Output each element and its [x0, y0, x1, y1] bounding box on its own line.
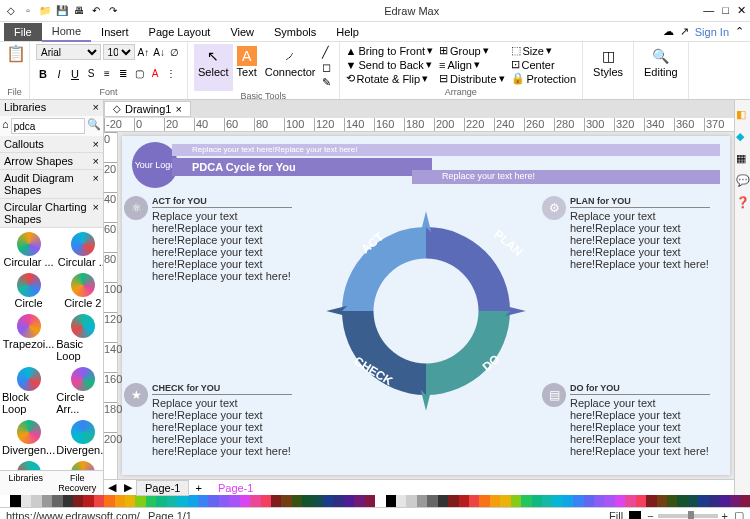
- color-swatch[interactable]: [240, 495, 250, 507]
- libraries-tab[interactable]: Libraries: [0, 471, 52, 495]
- shape-item[interactable]: Circular ...: [56, 230, 103, 270]
- color-swatch[interactable]: [417, 495, 427, 507]
- decrease-font-icon[interactable]: A↓: [152, 45, 166, 59]
- color-swatch[interactable]: [250, 495, 260, 507]
- library-section[interactable]: Callouts×: [0, 136, 103, 153]
- color-swatch[interactable]: [604, 495, 614, 507]
- select-button[interactable]: ↖Select: [194, 44, 233, 91]
- color-swatch[interactable]: [396, 495, 406, 507]
- tab-pagelayout[interactable]: Page Layout: [139, 23, 221, 41]
- cloud-icon[interactable]: ☁: [663, 25, 674, 38]
- add-page-icon[interactable]: +: [189, 482, 207, 494]
- quad-act[interactable]: ⚛ ACT for YOU Replace your text here!Rep…: [152, 196, 292, 282]
- color-swatch[interactable]: [229, 495, 239, 507]
- rotate-flip-button[interactable]: ⟲ Rotate & Flip ▾: [346, 72, 434, 85]
- align-button[interactable]: ≡ Align ▾: [439, 58, 504, 71]
- layers-icon[interactable]: ▦: [736, 152, 750, 166]
- quad-do[interactable]: ▤ DO for YOU Replace your text here!Repl…: [570, 383, 710, 457]
- shape-item[interactable]: Circle 2: [56, 271, 103, 311]
- color-swatch[interactable]: [73, 495, 83, 507]
- document-tab[interactable]: ◇ Drawing1 ×: [104, 101, 191, 117]
- color-swatch[interactable]: [365, 495, 375, 507]
- shape-item[interactable]: Circular ...: [2, 230, 55, 270]
- color-swatch[interactable]: [511, 495, 521, 507]
- send-back-button[interactable]: ▼ Send to Back ▾: [346, 58, 434, 71]
- editing-button[interactable]: 🔍Editing: [640, 44, 682, 80]
- banner-top[interactable]: Replace your text here!Replace your text…: [172, 144, 720, 156]
- color-swatch[interactable]: [281, 495, 291, 507]
- color-swatch[interactable]: [52, 495, 62, 507]
- color-swatch[interactable]: [406, 495, 416, 507]
- clear-format-icon[interactable]: ∅: [168, 45, 181, 59]
- close-panel-icon[interactable]: ×: [93, 101, 99, 115]
- line-icon[interactable]: ╱: [322, 46, 331, 59]
- file-recovery-tab[interactable]: File Recovery: [52, 471, 104, 495]
- color-swatch[interactable]: [490, 495, 500, 507]
- maximize-icon[interactable]: □: [722, 4, 729, 17]
- zoom-in-icon[interactable]: +: [722, 510, 728, 520]
- distribute-button[interactable]: ⊟ Distribute ▾: [439, 72, 504, 85]
- color-swatch[interactable]: [177, 495, 187, 507]
- color-swatch[interactable]: [104, 495, 114, 507]
- strike-icon[interactable]: S: [84, 67, 98, 81]
- shape-item[interactable]: Basic Loop: [56, 312, 103, 364]
- color-swatch[interactable]: [719, 495, 729, 507]
- color-swatch[interactable]: [532, 495, 542, 507]
- color-swatch[interactable]: [344, 495, 354, 507]
- shape-props-icon[interactable]: ◆: [736, 130, 750, 144]
- color-swatch[interactable]: [469, 495, 479, 507]
- color-swatch[interactable]: [459, 495, 469, 507]
- color-swatch[interactable]: [31, 495, 41, 507]
- undo-icon[interactable]: ↶: [89, 4, 103, 18]
- status-url[interactable]: https://www.edrawsoft.com/: [6, 510, 140, 520]
- color-swatch[interactable]: [667, 495, 677, 507]
- close-icon[interactable]: ✕: [737, 4, 746, 17]
- color-swatch[interactable]: [208, 495, 218, 507]
- close-tab-icon[interactable]: ×: [175, 103, 181, 115]
- color-swatch[interactable]: [500, 495, 510, 507]
- color-swatch[interactable]: [688, 495, 698, 507]
- shape-item[interactable]: Divergen...: [56, 418, 103, 458]
- tab-insert[interactable]: Insert: [91, 23, 139, 41]
- color-swatch[interactable]: [167, 495, 177, 507]
- share-icon[interactable]: ↗: [680, 25, 689, 38]
- signin-link[interactable]: Sign In: [695, 26, 729, 38]
- color-swatch[interactable]: [709, 495, 719, 507]
- shape-item[interactable]: Circle: [2, 271, 55, 311]
- italic-icon[interactable]: I: [52, 67, 66, 81]
- search-icon[interactable]: 🔍: [87, 118, 101, 134]
- protection-button[interactable]: 🔒 Protection: [511, 72, 577, 85]
- shape-item[interactable]: Trapezoi...: [2, 312, 55, 364]
- shape-item[interactable]: Divergen...: [2, 418, 55, 458]
- color-swatch[interactable]: [615, 495, 625, 507]
- paste-icon[interactable]: 📋: [6, 44, 23, 63]
- search-input[interactable]: [11, 118, 85, 134]
- color-swatch[interactable]: [156, 495, 166, 507]
- tab-view[interactable]: View: [220, 23, 264, 41]
- align-left-icon[interactable]: ≡: [100, 67, 114, 81]
- color-swatch[interactable]: [292, 495, 302, 507]
- color-swatch[interactable]: [740, 495, 750, 507]
- bold-icon[interactable]: B: [36, 67, 50, 81]
- styles-button[interactable]: ◫Styles: [589, 44, 627, 80]
- size-button[interactable]: ⬚ Size ▾: [511, 44, 577, 57]
- page-tab-1[interactable]: Page-1: [136, 480, 189, 496]
- color-swatch[interactable]: [375, 495, 385, 507]
- color-swatch[interactable]: [313, 495, 323, 507]
- page-canvas[interactable]: Your Logo Replace your text here!Replace…: [122, 136, 730, 475]
- shape-item[interactable]: Highlight ...: [2, 459, 55, 470]
- color-swatch[interactable]: [386, 495, 396, 507]
- shape-item[interactable]: Circle Arr...: [56, 365, 103, 417]
- color-swatch[interactable]: [636, 495, 646, 507]
- library-section[interactable]: Circular Charting Shapes×: [0, 199, 103, 228]
- help-panel-icon[interactable]: ❓: [736, 196, 750, 210]
- color-swatch[interactable]: [625, 495, 635, 507]
- prev-page-icon[interactable]: ◀: [104, 481, 120, 494]
- font-name-select[interactable]: Arial: [36, 44, 101, 60]
- color-swatch[interactable]: [552, 495, 562, 507]
- color-swatch[interactable]: [21, 495, 31, 507]
- color-swatch[interactable]: [573, 495, 583, 507]
- color-swatch[interactable]: [188, 495, 198, 507]
- group-button[interactable]: ⊞ Group ▾: [439, 44, 504, 57]
- library-section[interactable]: Audit Diagram Shapes×: [0, 170, 103, 199]
